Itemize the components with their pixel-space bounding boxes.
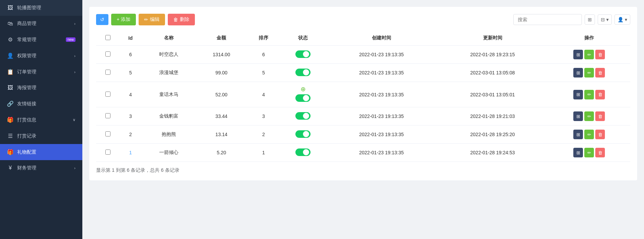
row-name: 童话木马 (141, 82, 196, 107)
grid-view-button[interactable]: ⊟ ▾ (598, 14, 612, 25)
row-order: 4 (247, 82, 280, 107)
action-add-button[interactable]: ⊞ (573, 90, 583, 99)
action-delete-button[interactable]: 🗑 (595, 111, 605, 121)
row-created: 2022-01-23 19:13:35 (326, 46, 437, 64)
action-delete-button[interactable]: 🗑 (595, 130, 605, 139)
sidebar-item-auth[interactable]: 👤 权限管理 › (0, 48, 82, 64)
row-id: 4 (120, 82, 141, 107)
row-updated: 2022-03-01 13:05:08 (437, 64, 548, 82)
action-buttons: ⊞✏🗑 (551, 111, 628, 121)
col-checkbox (96, 31, 120, 46)
search-input[interactable] (513, 14, 582, 25)
row-status: ⊕ (280, 82, 326, 107)
new-badge: new (66, 37, 75, 42)
goods-icon: 🛍 (7, 21, 14, 27)
status-toggle[interactable] (295, 148, 311, 156)
table-header-row: Id 名称 金额 排序 状态 创建时间 更新时间 操作 (96, 31, 630, 46)
row-updated: 2022-01-28 19:21:03 (437, 107, 548, 126)
action-edit-button[interactable]: ✏ (584, 130, 594, 139)
action-edit-button[interactable]: ✏ (584, 68, 594, 77)
action-add-button[interactable]: ⊞ (573, 148, 583, 157)
row-checkbox-cell (96, 64, 120, 82)
sidebar-item-reward-info[interactable]: 🎁 打赏信息 ∨ (0, 112, 82, 128)
delete-button[interactable]: 🗑 删除 (168, 14, 195, 25)
action-edit-button[interactable]: ✏ (584, 148, 594, 157)
row-checkbox[interactable] (105, 51, 110, 57)
sidebar-label-reward-info: 打赏信息 (17, 117, 69, 123)
action-add-button[interactable]: ⊞ (573, 68, 583, 77)
row-updated: 2022-01-28 19:25:20 (437, 126, 548, 144)
sidebar-item-reward-log[interactable]: ☰ 打赏记录 (0, 128, 82, 144)
select-all-checkbox[interactable] (105, 35, 110, 40)
action-add-button[interactable]: ⊞ (573, 130, 583, 139)
sidebar: 🖼 轮播图管理 🛍 商品管理 › ⚙ 常规管理 new 👤 权限管理 › 📋 订… (0, 0, 82, 239)
row-id: 3 (120, 107, 141, 126)
edit-button[interactable]: ✏ 编辑 (139, 14, 165, 25)
sidebar-item-banner[interactable]: 🖼 轮播图管理 (0, 0, 82, 16)
sidebar-label-order: 订单管理 (17, 69, 71, 75)
action-edit-button[interactable]: ✏ (584, 50, 594, 59)
sidebar-item-poster[interactable]: 🖼 海报管理 (0, 80, 82, 96)
row-amount: 52.00 (196, 82, 247, 107)
action-edit-button[interactable]: ✏ (584, 111, 594, 121)
row-status (280, 64, 326, 82)
gift-icon: 🎁 (7, 149, 14, 155)
status-toggle[interactable] (295, 130, 311, 138)
action-delete-button[interactable]: 🗑 (595, 50, 605, 59)
sidebar-item-link[interactable]: 🔗 友情链接 (0, 96, 82, 112)
add-button[interactable]: + 添加 (111, 14, 136, 25)
link-icon: 🔗 (7, 100, 14, 107)
row-checkbox[interactable] (105, 150, 110, 155)
row-created: 2022-01-23 19:13:35 (326, 144, 437, 162)
action-add-button[interactable]: ⊞ (573, 50, 583, 59)
content-area: ↺ + 添加 ✏ 编辑 🗑 删除 ⊞ ⊟ ▾ 👤 ▾ (82, 0, 644, 239)
refresh-button[interactable]: ↺ (96, 14, 108, 25)
row-checkbox-cell (96, 82, 120, 107)
action-delete-button[interactable]: 🗑 (595, 68, 605, 77)
col-name: 名称 (141, 31, 196, 46)
row-id-link[interactable]: 1 (129, 150, 132, 155)
action-buttons: ⊞✏🗑 (551, 130, 628, 139)
drag-handle-icon[interactable]: ⊕ (283, 85, 323, 93)
row-checkbox[interactable] (105, 113, 110, 118)
row-checkbox[interactable] (105, 131, 110, 136)
status-toggle[interactable] (295, 69, 311, 76)
order-icon: 📋 (7, 69, 14, 75)
sidebar-item-gift[interactable]: 🎁 礼物配置 (0, 144, 82, 160)
table-row: 5浪漫城堡99.0052022-01-23 19:13:352022-03-01… (96, 64, 630, 82)
row-status (280, 126, 326, 144)
export-button[interactable]: 👤 ▾ (614, 14, 630, 25)
row-id: 5 (120, 64, 141, 82)
row-checkbox[interactable] (105, 92, 110, 97)
sidebar-item-order[interactable]: 📋 订单管理 › (0, 64, 82, 80)
row-actions: ⊞✏🗑 (548, 126, 630, 144)
row-id: 1 (120, 144, 141, 162)
table-footer: 显示第 1 到第 6 条记录，总共 6 条记录 (96, 167, 630, 174)
chevron-icon: › (74, 22, 75, 26)
action-buttons: ⊞✏🗑 (551, 90, 628, 99)
chevron-icon-finance: › (74, 166, 75, 170)
refresh-icon: ↺ (100, 17, 104, 22)
row-updated: 2022-01-28 19:24:53 (437, 144, 548, 162)
row-updated: 2022-03-01 13:05:01 (437, 82, 548, 107)
status-toggle[interactable] (295, 50, 311, 58)
chevron-icon-auth: › (74, 54, 75, 58)
action-delete-button[interactable]: 🗑 (595, 148, 605, 157)
row-checkbox[interactable] (105, 70, 110, 75)
edit-label: 编辑 (150, 16, 160, 23)
status-toggle[interactable] (295, 94, 311, 102)
row-order: 6 (247, 46, 280, 64)
sidebar-item-finance[interactable]: ¥ 财务管理 › (0, 160, 82, 176)
action-edit-button[interactable]: ✏ (584, 90, 594, 99)
plus-icon: + 添加 (117, 16, 130, 23)
status-toggle[interactable] (295, 112, 311, 120)
action-delete-button[interactable]: 🗑 (595, 90, 605, 99)
sidebar-label-common: 常规管理 (17, 37, 61, 43)
row-actions: ⊞✏🗑 (548, 64, 630, 82)
row-checkbox-cell (96, 126, 120, 144)
sidebar-item-common[interactable]: ⚙ 常规管理 new (0, 32, 82, 48)
row-name: 抱抱熊 (141, 126, 196, 144)
card-view-button[interactable]: ⊞ (585, 14, 595, 25)
sidebar-item-goods[interactable]: 🛍 商品管理 › (0, 16, 82, 32)
action-add-button[interactable]: ⊞ (573, 111, 583, 121)
